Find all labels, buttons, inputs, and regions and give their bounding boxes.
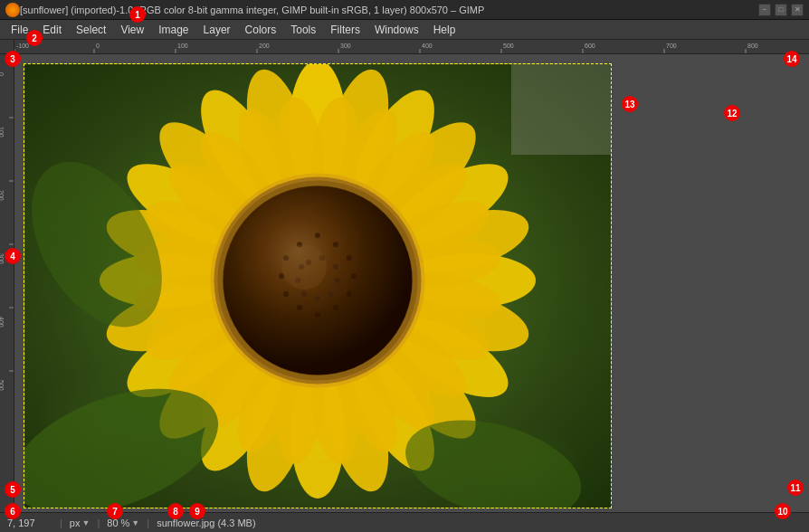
svg-point-92 bbox=[283, 291, 289, 297]
app-icon bbox=[5, 3, 20, 17]
menu-file[interactable]: File bbox=[4, 20, 35, 40]
svg-text:200: 200 bbox=[259, 43, 270, 49]
svg-point-89 bbox=[333, 305, 338, 310]
svg-point-85 bbox=[333, 242, 338, 247]
svg-text:-100: -100 bbox=[16, 43, 29, 49]
file-info: sunflower.jpg (4.3 MB) bbox=[157, 518, 255, 528]
svg-point-104 bbox=[281, 244, 327, 290]
svg-text:300: 300 bbox=[0, 253, 5, 264]
svg-text:300: 300 bbox=[340, 43, 351, 49]
title-bar: [sunflower] (imported)-1.0 (RGB color 8-… bbox=[0, 0, 809, 20]
svg-point-100 bbox=[315, 296, 320, 301]
menu-bar: File Edit Select View Image Layer Colors… bbox=[0, 20, 809, 40]
menu-help[interactable]: Help bbox=[426, 20, 463, 40]
ruler-vertical: 0 100 200 300 400 500 bbox=[0, 54, 14, 512]
svg-point-101 bbox=[301, 291, 307, 297]
unit-label: px bbox=[70, 518, 81, 528]
menu-image[interactable]: Image bbox=[151, 20, 195, 40]
unit-selector: px ▼ bbox=[70, 518, 90, 528]
svg-point-99 bbox=[328, 291, 334, 297]
svg-point-84 bbox=[315, 233, 320, 238]
svg-text:600: 600 bbox=[585, 43, 595, 49]
minimize-button[interactable]: − bbox=[758, 4, 771, 16]
zoom-label: 80 % bbox=[107, 518, 129, 528]
menu-select[interactable]: Select bbox=[69, 20, 113, 40]
cursor-coordinates: 7, 197 bbox=[7, 518, 52, 528]
menu-layer[interactable]: Layer bbox=[196, 20, 238, 40]
close-button[interactable]: ✕ bbox=[791, 4, 804, 16]
svg-point-86 bbox=[347, 255, 352, 261]
svg-point-97 bbox=[333, 264, 338, 270]
svg-text:100: 100 bbox=[0, 127, 5, 138]
svg-text:0: 0 bbox=[0, 72, 5, 76]
menu-view[interactable]: View bbox=[113, 20, 151, 40]
zoom-selector: 80 % ▼ bbox=[107, 518, 139, 528]
svg-text:400: 400 bbox=[0, 317, 5, 328]
svg-text:800: 800 bbox=[747, 43, 758, 49]
menu-filters[interactable]: Filters bbox=[323, 20, 367, 40]
canvas-area bbox=[14, 54, 809, 512]
ruler-corner bbox=[0, 40, 14, 54]
svg-point-90 bbox=[315, 312, 320, 318]
sunflower-svg bbox=[24, 64, 611, 508]
menu-windows[interactable]: Windows bbox=[367, 20, 426, 40]
image-canvas[interactable] bbox=[24, 63, 612, 508]
svg-text:0: 0 bbox=[96, 43, 100, 49]
svg-text:400: 400 bbox=[422, 43, 433, 49]
svg-point-87 bbox=[351, 273, 357, 279]
svg-point-91 bbox=[297, 305, 302, 310]
menu-colors[interactable]: Colors bbox=[238, 20, 284, 40]
svg-point-88 bbox=[347, 291, 352, 297]
menu-edit[interactable]: Edit bbox=[35, 20, 69, 40]
status-bar: 7, 197 | px ▼ | 80 % ▼ | sunflower.jpg (… bbox=[0, 512, 809, 532]
svg-text:500: 500 bbox=[0, 380, 5, 391]
menu-tools[interactable]: Tools bbox=[283, 20, 323, 40]
svg-text:200: 200 bbox=[0, 190, 5, 201]
sunflower-image bbox=[24, 63, 612, 508]
unit-dropdown-arrow[interactable]: ▼ bbox=[81, 518, 90, 527]
zoom-dropdown-arrow[interactable]: ▼ bbox=[131, 518, 139, 527]
ruler-horizontal: -100 0 100 200 300 400 500 600 700 800 bbox=[14, 40, 809, 54]
svg-text:500: 500 bbox=[503, 43, 514, 49]
window-title: [sunflower] (imported)-1.0 (RGB color 8-… bbox=[20, 5, 751, 15]
maximize-button[interactable]: □ bbox=[775, 4, 787, 16]
window-controls: − □ ✕ bbox=[758, 4, 804, 16]
svg-point-98 bbox=[335, 278, 340, 283]
svg-text:100: 100 bbox=[177, 43, 188, 49]
svg-text:700: 700 bbox=[666, 43, 677, 49]
